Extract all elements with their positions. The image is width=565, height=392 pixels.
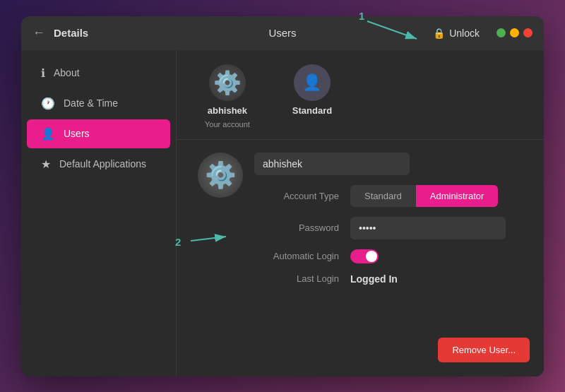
maximize-button[interactable] <box>496 28 506 37</box>
sidebar-label-default-apps: Default Applications <box>59 158 146 170</box>
back-button[interactable]: ← <box>32 25 45 40</box>
sidebar-item-datetime[interactable]: 🕐 Date & Time <box>27 89 170 118</box>
username-row <box>254 153 523 175</box>
standard-user-type: Standard <box>292 105 332 116</box>
current-user-name: abhishek <box>208 105 247 116</box>
window-controls <box>496 28 533 37</box>
current-user-subtitle: Your account <box>205 120 250 129</box>
users-icon: 👤 <box>41 127 55 141</box>
lock-icon: 🔒 <box>433 28 445 39</box>
password-label: Password <box>254 222 339 233</box>
main-content: ⚙️ abhishek Your account 👤 Standard <box>177 50 544 376</box>
main-window: ← Details Users 🔒 Unlock <box>21 16 544 376</box>
sidebar-label-users: Users <box>64 128 90 139</box>
standard-user-card: 👤 Standard <box>292 64 332 116</box>
auto-login-toggle[interactable] <box>350 249 379 263</box>
sidebar: ℹ About 🕐 Date & Time 👤 Users ★ Default … <box>21 50 177 376</box>
last-login-value: Logged In <box>350 273 398 285</box>
clock-icon: 🕐 <box>41 97 55 110</box>
sidebar-item-about[interactable]: ℹ About <box>27 59 170 88</box>
tab-users-label: Users <box>268 27 296 39</box>
titlebar-right: 🔒 Unlock <box>433 28 533 39</box>
auto-login-row: Automatic Login <box>254 249 523 263</box>
toggle-knob <box>366 251 377 262</box>
account-type-row: Account Type Standard Administrator <box>254 185 523 207</box>
users-header: ⚙️ abhishek Your account 👤 Standard <box>177 50 544 140</box>
window-title: Details <box>54 27 88 39</box>
form-fields: Account Type Standard Administrator Pass… <box>254 153 523 285</box>
username-input[interactable] <box>254 153 410 175</box>
unlock-button[interactable]: 🔒 Unlock <box>433 28 480 39</box>
password-input[interactable] <box>350 217 506 239</box>
account-type-label: Account Type <box>254 191 339 201</box>
info-icon: ℹ <box>41 66 45 80</box>
current-user-card: ⚙️ abhishek Your account <box>205 64 250 129</box>
minimize-button[interactable] <box>510 28 519 37</box>
standard-user-avatar[interactable]: 👤 <box>294 64 331 101</box>
current-user-avatar[interactable]: ⚙️ <box>209 64 246 101</box>
content-area: ℹ About 🕐 Date & Time 👤 Users ★ Default … <box>21 50 544 376</box>
remove-user-button[interactable]: Remove User... <box>438 338 530 362</box>
standard-button[interactable]: Standard <box>350 185 416 207</box>
sidebar-label-about: About <box>54 67 80 78</box>
sidebar-label-datetime: Date & Time <box>64 97 118 109</box>
star-icon: ★ <box>41 158 51 171</box>
sidebar-item-users[interactable]: 👤 Users <box>27 119 170 148</box>
unlock-label: Unlock <box>449 28 480 39</box>
administrator-button[interactable]: Administrator <box>416 185 499 207</box>
auto-login-label: Automatic Login <box>254 251 339 261</box>
close-button[interactable] <box>523 28 533 37</box>
form-avatar[interactable]: ⚙️ <box>198 153 243 198</box>
sidebar-item-default-apps[interactable]: ★ Default Applications <box>27 150 170 179</box>
last-login-row: Last Login Logged In <box>254 273 523 285</box>
last-login-label: Last Login <box>254 273 339 284</box>
account-type-buttons: Standard Administrator <box>350 185 498 207</box>
form-area: ⚙️ Account Type Standard <box>177 140 544 297</box>
titlebar: ← Details Users 🔒 Unlock <box>21 16 544 50</box>
password-row: Password <box>254 217 523 239</box>
